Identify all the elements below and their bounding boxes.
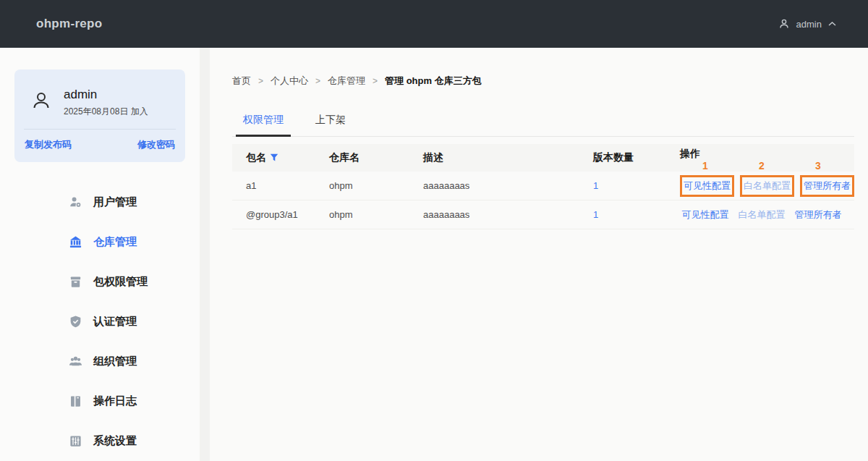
- annotation-box-1: 可见性配置: [680, 175, 734, 197]
- manage-owners-link[interactable]: 管理所有者: [795, 208, 842, 221]
- column-version-count: 版本数量: [593, 151, 680, 164]
- sidebar-item-label: 用户管理: [93, 195, 137, 209]
- tab-publish-unpublish[interactable]: 上下架: [314, 107, 347, 136]
- version-count-link[interactable]: 1: [593, 180, 598, 191]
- cell-repo-name: ohpm: [329, 180, 423, 191]
- cell-package-name: @group3/a1: [232, 209, 329, 220]
- sidebar-item-org-management[interactable]: 组织管理: [0, 342, 200, 381]
- breadcrumb: 首页 > 个人中心 > 仓库管理 > 管理 ohpm 仓库三方包: [232, 75, 854, 88]
- column-package-name: 包名: [246, 151, 266, 164]
- profile-card: admin 2025年08月08日 加入 复制发布码 修改密码: [14, 69, 185, 162]
- sidebar-item-label: 操作日志: [93, 394, 137, 408]
- sidebar-item-repo-management[interactable]: 仓库管理: [0, 222, 200, 262]
- group-icon: [69, 355, 82, 368]
- profile-joined-date: 2025年08月08日 加入: [64, 106, 148, 118]
- visibility-config-link[interactable]: 可见性配置: [682, 208, 729, 221]
- visibility-config-link[interactable]: 可见性配置: [684, 179, 731, 193]
- bank-icon: [69, 235, 82, 249]
- sidebar-item-label: 认证管理: [93, 315, 137, 329]
- sidebar-item-system-settings[interactable]: 系统设置: [0, 421, 200, 461]
- column-repo-name: 仓库名: [329, 151, 423, 164]
- sidebar: admin 2025年08月08日 加入 复制发布码 修改密码: [0, 48, 200, 461]
- cell-package-name: a1: [232, 180, 329, 191]
- user-gear-icon: [69, 195, 82, 209]
- column-description: 描述: [423, 151, 593, 164]
- sidebar-divider: [200, 48, 210, 461]
- breadcrumb-personal-center[interactable]: 个人中心: [271, 75, 308, 88]
- table-row: @group3/a1 ohpm aaaaaaaas 1 可见性配置 白名单配置 …: [232, 200, 854, 229]
- table-row: a1 ohpm aaaaaaaas 1 可见性配置 白名单配置 管理所有者: [232, 172, 854, 200]
- annotation-box-3: 管理所有者: [800, 175, 854, 197]
- avatar-icon: [30, 90, 52, 114]
- tab-bar: 权限管理 上下架: [232, 107, 854, 137]
- main-content: 首页 > 个人中心 > 仓库管理 > 管理 ohpm 仓库三方包 权限管理 上下…: [210, 48, 868, 461]
- filter-icon[interactable]: [270, 153, 278, 162]
- change-password-link[interactable]: 修改密码: [137, 138, 175, 151]
- annotation-box-2: 白名单配置: [740, 175, 794, 197]
- chevron-up-icon: [828, 21, 836, 27]
- column-operation: 操作: [680, 148, 700, 161]
- breadcrumb-separator: >: [373, 76, 378, 86]
- breadcrumb-separator: >: [258, 76, 263, 86]
- breadcrumb-separator: >: [315, 76, 320, 86]
- log-icon: [69, 394, 82, 408]
- user-name: admin: [796, 19, 822, 30]
- annotation-marker-2: 2: [736, 160, 787, 172]
- breadcrumb-current: 管理 ohpm 仓库三方包: [385, 75, 482, 88]
- table-header: 包名 仓库名 描述 版本数量 操作 1 2 3: [232, 144, 854, 172]
- sidebar-item-label: 系统设置: [93, 434, 137, 448]
- sidebar-menu: 用户管理 仓库管理: [0, 182, 200, 461]
- sidebar-item-auth-management[interactable]: 认证管理: [0, 302, 200, 342]
- package-table: 包名 仓库名 描述 版本数量 操作 1 2 3: [232, 144, 854, 229]
- sliders-icon: [69, 434, 82, 448]
- sidebar-item-label: 组织管理: [93, 355, 137, 368]
- version-count-link[interactable]: 1: [593, 209, 598, 220]
- annotation-marker-1: 1: [680, 160, 731, 172]
- breadcrumb-repo-management[interactable]: 仓库管理: [328, 75, 365, 88]
- cell-description: aaaaaaaas: [423, 180, 593, 191]
- annotation-markers: 1 2 3: [680, 160, 854, 172]
- sidebar-item-operation-log[interactable]: 操作日志: [0, 381, 200, 421]
- sidebar-item-label: 仓库管理: [93, 235, 137, 249]
- cell-repo-name: ohpm: [329, 209, 423, 220]
- copy-publish-code-link[interactable]: 复制发布码: [25, 138, 72, 151]
- whitelist-config-link[interactable]: 白名单配置: [739, 208, 786, 221]
- shield-check-icon: [69, 315, 82, 329]
- sidebar-item-user-management[interactable]: 用户管理: [0, 182, 200, 222]
- package-icon: [69, 275, 82, 289]
- annotation-marker-3: 3: [793, 160, 843, 172]
- topbar: ohpm-repo admin: [0, 0, 868, 48]
- profile-name: admin: [64, 88, 148, 102]
- sidebar-item-label: 包权限管理: [93, 275, 148, 289]
- app-title: ohpm-repo: [36, 17, 102, 31]
- sidebar-item-package-permission[interactable]: 包权限管理: [0, 262, 200, 302]
- whitelist-config-link[interactable]: 白名单配置: [744, 179, 791, 193]
- breadcrumb-home[interactable]: 首页: [232, 75, 251, 88]
- user-dropdown[interactable]: admin: [778, 18, 836, 30]
- tab-permission-management[interactable]: 权限管理: [242, 107, 285, 136]
- user-icon: [778, 18, 790, 30]
- manage-owners-link[interactable]: 管理所有者: [804, 179, 851, 193]
- cell-description: aaaaaaaas: [423, 209, 593, 220]
